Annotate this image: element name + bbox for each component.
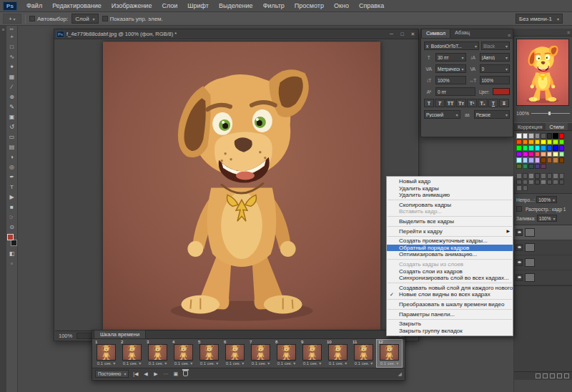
timeline-frame[interactable]: 4 0.1 сек. ▾ bbox=[171, 340, 196, 367]
previous-frame-button[interactable]: ◀ bbox=[142, 371, 149, 377]
restore-button[interactable]: □ bbox=[397, 30, 408, 39]
clone-stamp-tool[interactable]: ▣ bbox=[6, 112, 18, 122]
play-button[interactable]: ▶ bbox=[152, 371, 159, 377]
eraser-tool[interactable]: ▭ bbox=[6, 132, 18, 142]
style-swatch[interactable] bbox=[528, 173, 534, 179]
context-menu-item[interactable] bbox=[388, 236, 512, 237]
autoselect-checkbox[interactable] bbox=[29, 16, 35, 21]
layer-mask-icon[interactable] bbox=[550, 373, 555, 378]
layer-row[interactable] bbox=[514, 255, 572, 270]
color-swatch[interactable] bbox=[523, 152, 528, 157]
marquee-tool[interactable]: □ bbox=[6, 41, 18, 52]
menubar-item[interactable]: Просмотр bbox=[290, 0, 329, 12]
crop-tool[interactable]: ▦ bbox=[6, 72, 18, 82]
context-menu-item[interactable]: Преобразовать в шкалу времени видео bbox=[387, 301, 513, 308]
visibility-eye-icon[interactable] bbox=[516, 274, 523, 281]
context-menu-item[interactable]: Синхронизировать слой во всех кадрах... bbox=[387, 275, 513, 282]
color-swatch[interactable] bbox=[535, 157, 541, 163]
frame-delay[interactable]: 0.1 сек. bbox=[226, 361, 241, 367]
timeline-frame[interactable]: 6 0.1 сек. ▾ bbox=[222, 340, 247, 367]
layer-style-icon[interactable] bbox=[543, 373, 548, 378]
antialias-dropdown[interactable]: Резкое ▾ bbox=[474, 110, 511, 119]
document-titlebar[interactable]: Ps f_4e779b88cdabf.jpg @ 100% (фон, RGB/… bbox=[54, 29, 418, 39]
color-swatch[interactable] bbox=[535, 145, 541, 151]
style-swatch[interactable] bbox=[535, 180, 541, 185]
context-menu-item[interactable]: Новый кадр bbox=[387, 178, 513, 185]
color-swatch[interactable] bbox=[559, 152, 565, 157]
color-swatch[interactable] bbox=[547, 152, 553, 157]
delete-frame-button[interactable] bbox=[182, 371, 189, 377]
style-swatch[interactable] bbox=[523, 185, 528, 191]
frame-delay[interactable]: 0.1 сек. bbox=[329, 361, 344, 367]
format-button[interactable]: T₁ bbox=[478, 99, 488, 107]
color-swatch[interactable] bbox=[516, 164, 522, 170]
color-swatch[interactable] bbox=[541, 157, 546, 163]
format-button[interactable]: T bbox=[488, 99, 498, 107]
propagate-checkbox[interactable] bbox=[516, 206, 522, 212]
panel-tab[interactable]: Абзац bbox=[450, 29, 474, 38]
new-layer-icon[interactable] bbox=[557, 373, 562, 378]
color-swatch[interactable] bbox=[541, 139, 546, 145]
navigator-preview[interactable] bbox=[516, 39, 569, 106]
navigator-zoom-slider[interactable] bbox=[531, 113, 570, 114]
style-swatch[interactable] bbox=[516, 180, 522, 185]
color-swatch[interactable] bbox=[523, 133, 528, 139]
path-selection-tool[interactable]: ▶ bbox=[6, 192, 18, 202]
brush-tool[interactable]: ✎ bbox=[6, 102, 18, 112]
menubar-item[interactable]: Фильтр bbox=[258, 0, 290, 12]
color-swatch[interactable] bbox=[559, 157, 565, 163]
panel-menu-icon[interactable]: ≡ bbox=[567, 30, 570, 35]
color-swatch[interactable] bbox=[535, 164, 541, 170]
menubar-item[interactable]: Выделение bbox=[214, 0, 258, 12]
style-swatch[interactable] bbox=[516, 173, 522, 179]
screen-mode-button[interactable]: ▫ bbox=[6, 258, 18, 268]
lasso-tool[interactable]: ∿ bbox=[6, 52, 18, 62]
frame-delay[interactable]: 0.1 сек. bbox=[303, 361, 318, 367]
color-swatch[interactable] bbox=[516, 157, 522, 163]
style-swatch[interactable] bbox=[553, 173, 558, 179]
navigator-panel-header[interactable]: ≡ bbox=[514, 29, 572, 36]
color-swatch[interactable] bbox=[528, 152, 534, 157]
style-swatch[interactable] bbox=[559, 173, 565, 179]
timeline-frame[interactable]: 5 0.1 сек. ▾ bbox=[197, 340, 222, 367]
color-swatch[interactable] bbox=[528, 139, 534, 145]
horizontal-scale-field[interactable]: 100% bbox=[480, 76, 511, 84]
toolbar-collapse-icon[interactable]: ▸▸ bbox=[10, 26, 14, 31]
layer-row[interactable] bbox=[514, 240, 572, 255]
visibility-eye-icon[interactable] bbox=[516, 229, 523, 236]
frame-delay[interactable]: 0.1 сек. bbox=[97, 361, 112, 367]
foreground-color-swatch[interactable] bbox=[7, 234, 14, 240]
context-menu-item[interactable]: Перейти к кадру ▶ bbox=[387, 228, 513, 235]
quick-mask-button[interactable]: ◧ bbox=[6, 248, 18, 258]
format-button[interactable]: T bbox=[424, 99, 434, 107]
font-family-dropdown[interactable]: x_BodoniOrToT... ▾ bbox=[424, 41, 479, 50]
delete-layer-icon[interactable] bbox=[564, 373, 569, 378]
language-dropdown[interactable]: Русский ▾ bbox=[424, 110, 460, 119]
menubar-item[interactable]: Файл bbox=[21, 0, 47, 12]
navigator-zoom-value[interactable]: 100% bbox=[516, 111, 529, 116]
format-button[interactable]: T bbox=[499, 99, 509, 107]
color-swatch[interactable] bbox=[553, 152, 558, 157]
color-swatch[interactable] bbox=[516, 145, 522, 151]
style-swatch[interactable] bbox=[547, 173, 553, 179]
canvas-area[interactable] bbox=[55, 40, 418, 330]
menubar-item[interactable]: Слои bbox=[157, 0, 182, 12]
photoshop-logo-icon[interactable]: Ps bbox=[3, 1, 17, 11]
type-tool[interactable]: T bbox=[6, 182, 18, 192]
resize-grip[interactable]: ◢ bbox=[398, 371, 402, 377]
color-swatch[interactable] bbox=[535, 133, 541, 139]
context-menu-item[interactable]: Параметры панели... bbox=[387, 311, 513, 318]
color-swatch[interactable] bbox=[541, 152, 546, 157]
quick-selection-tool[interactable]: ✦ bbox=[6, 62, 18, 72]
frame-delay[interactable]: 0.1 сек. bbox=[149, 361, 164, 367]
menubar-item[interactable]: Справка bbox=[354, 0, 389, 12]
context-menu-item[interactable]: Вставить кадр... bbox=[387, 208, 513, 215]
zoom-level[interactable]: 100% bbox=[59, 333, 72, 339]
color-swatch[interactable] bbox=[547, 133, 553, 139]
pen-tool[interactable]: ✒ bbox=[6, 172, 18, 182]
color-swatch[interactable] bbox=[528, 145, 534, 151]
context-menu-item[interactable]: Создать слои из кадров bbox=[387, 268, 513, 275]
style-swatch[interactable] bbox=[523, 173, 528, 179]
hand-tool[interactable]: ☞ bbox=[6, 212, 18, 222]
style-swatch[interactable] bbox=[528, 180, 534, 185]
